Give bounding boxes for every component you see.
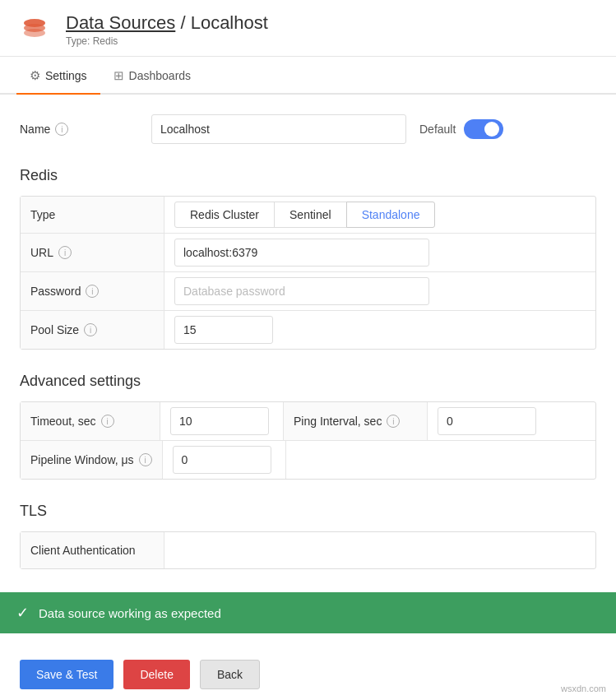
page-subtitle: Type: Redis [66, 35, 268, 47]
pipeline-input[interactable] [173, 446, 271, 474]
url-value [164, 234, 595, 271]
timeout-label: Timeout, sec i [21, 402, 160, 440]
password-label: Password i [21, 272, 164, 310]
timeout-info-icon[interactable]: i [101, 415, 114, 428]
url-label: URL i [21, 234, 164, 271]
name-row: Name i Default [20, 114, 596, 144]
ping-interval-value [428, 402, 595, 440]
timeout-value [160, 402, 284, 440]
url-input[interactable] [174, 239, 429, 267]
type-label: Type [21, 197, 164, 233]
svg-point-3 [24, 29, 45, 37]
pool-size-value [164, 311, 595, 349]
tab-settings[interactable]: ⚙ Settings [16, 57, 100, 95]
timeout-input[interactable] [170, 407, 269, 435]
pool-size-label: Pool Size i [21, 311, 164, 349]
delete-button[interactable]: Delete [123, 660, 189, 689]
page-header: Data Sources / Localhost Type: Redis [0, 0, 616, 57]
dashboards-tab-icon: ⊞ [113, 68, 124, 83]
header-text: Data Sources / Localhost Type: Redis [66, 12, 268, 47]
password-info-icon[interactable]: i [86, 285, 99, 298]
main-content: Name i Default Redis Type Redis Cluster … [0, 95, 616, 700]
url-row: URL i [21, 234, 595, 272]
advanced-field-table: Timeout, sec i Ping Interval, sec i Pipe… [20, 401, 596, 480]
page-title: Data Sources / Localhost [66, 12, 268, 34]
client-auth-row: Client Authentication [21, 532, 595, 568]
action-buttons: Save & Test Delete Back [20, 653, 596, 689]
pool-size-row: Pool Size i [21, 311, 595, 349]
ping-interval-input[interactable] [438, 407, 536, 435]
settings-tab-icon: ⚙ [30, 68, 40, 83]
datasources-breadcrumb[interactable]: Data Sources [66, 12, 175, 33]
grafana-logo [16, 12, 53, 48]
ping-interval-info-icon[interactable]: i [387, 415, 400, 428]
pipeline-label: Pipeline Window, μs i [21, 441, 163, 479]
type-value: Redis Cluster Sentinel Standalone [164, 197, 595, 233]
save-test-button[interactable]: Save & Test [20, 660, 113, 689]
check-icon: ✓ [16, 604, 29, 622]
type-btn-sentinel[interactable]: Sentinel [274, 202, 347, 228]
tls-field-table: Client Authentication [20, 531, 596, 569]
default-toggle[interactable] [464, 119, 503, 139]
type-btn-standalone[interactable]: Standalone [346, 202, 436, 228]
default-label: Default [419, 123, 456, 136]
pipeline-info-icon[interactable]: i [139, 453, 152, 466]
type-buttons: Redis Cluster Sentinel Standalone [174, 202, 586, 228]
tls-section-title: TLS [20, 503, 596, 520]
tab-dashboards[interactable]: ⊞ Dashboards [100, 57, 205, 95]
url-info-icon[interactable]: i [58, 246, 72, 259]
redis-field-table: Type Redis Cluster Sentinel Standalone U… [20, 196, 596, 350]
advanced-section-title: Advanced settings [20, 373, 596, 390]
name-field-label: Name i [20, 123, 151, 136]
pipeline-row: Pipeline Window, μs i [21, 441, 595, 479]
client-auth-label: Client Authentication [21, 532, 164, 568]
pipeline-value [163, 441, 286, 479]
timeout-ping-row: Timeout, sec i Ping Interval, sec i [21, 402, 595, 441]
tab-bar: ⚙ Settings ⊞ Dashboards [0, 57, 616, 95]
success-banner: ✓ Data source working as expected [0, 592, 616, 633]
password-input[interactable] [174, 277, 429, 305]
toggle-slider [464, 119, 503, 139]
password-row: Password i [21, 272, 595, 311]
name-info-icon[interactable]: i [55, 123, 68, 136]
redis-section-title: Redis [20, 167, 596, 184]
success-message: Data source working as expected [39, 606, 221, 620]
client-auth-value [164, 539, 595, 562]
type-row: Type Redis Cluster Sentinel Standalone [21, 197, 595, 234]
watermark: wsxdn.com [561, 684, 606, 693]
back-button[interactable]: Back [200, 660, 260, 689]
type-btn-cluster[interactable]: Redis Cluster [174, 202, 275, 228]
password-value [164, 272, 595, 310]
ping-interval-label: Ping Interval, sec i [284, 402, 428, 440]
name-input[interactable] [151, 114, 406, 144]
pool-size-input[interactable] [174, 316, 273, 344]
pool-size-info-icon[interactable]: i [84, 323, 97, 336]
